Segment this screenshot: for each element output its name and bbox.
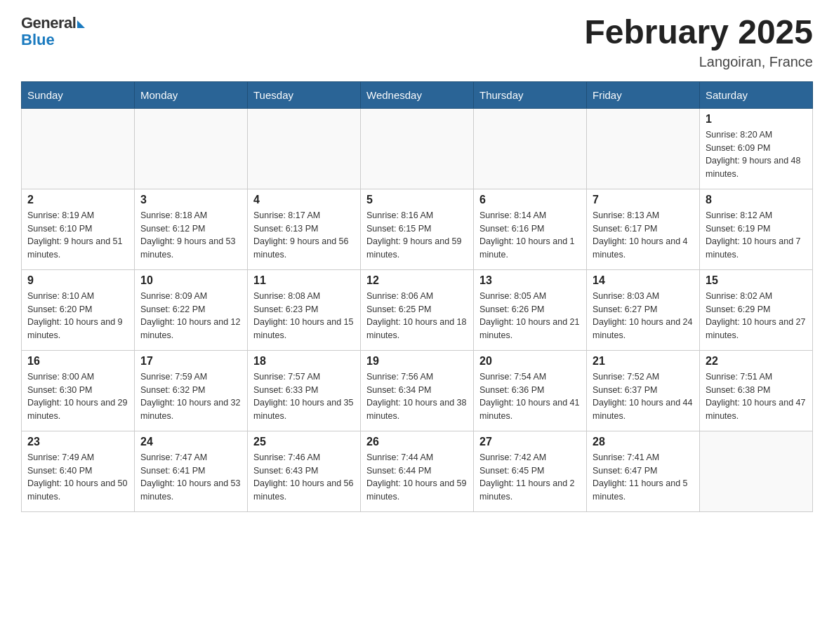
calendar-cell: 9Sunrise: 8:10 AM Sunset: 6:20 PM Daylig…: [22, 269, 135, 350]
calendar-cell: 16Sunrise: 8:00 AM Sunset: 6:30 PM Dayli…: [22, 350, 135, 431]
calendar-week-row: 16Sunrise: 8:00 AM Sunset: 6:30 PM Dayli…: [22, 350, 813, 431]
day-number: 17: [140, 355, 241, 368]
header-cell-tuesday: Tuesday: [248, 81, 361, 108]
calendar-week-row: 2Sunrise: 8:19 AM Sunset: 6:10 PM Daylig…: [22, 189, 813, 269]
day-info: Sunrise: 7:49 AM Sunset: 6:40 PM Dayligh…: [27, 451, 128, 504]
day-info: Sunrise: 8:19 AM Sunset: 6:10 PM Dayligh…: [27, 209, 128, 262]
header-cell-sunday: Sunday: [22, 81, 135, 108]
day-number: 11: [253, 274, 355, 287]
day-info: Sunrise: 7:56 AM Sunset: 6:34 PM Dayligh…: [366, 370, 468, 423]
day-info: Sunrise: 7:59 AM Sunset: 6:32 PM Dayligh…: [140, 370, 241, 423]
calendar-cell: 27Sunrise: 7:42 AM Sunset: 6:45 PM Dayli…: [474, 431, 587, 511]
day-number: 5: [366, 194, 468, 206]
calendar-cell: 20Sunrise: 7:54 AM Sunset: 6:36 PM Dayli…: [474, 350, 587, 431]
day-info: Sunrise: 8:08 AM Sunset: 6:23 PM Dayligh…: [253, 290, 355, 342]
day-number: 15: [706, 274, 807, 287]
page-header: General Blue February 2025 Langoiran, Fr…: [21, 14, 813, 70]
day-info: Sunrise: 8:05 AM Sunset: 6:26 PM Dayligh…: [479, 290, 581, 342]
day-number: 4: [253, 194, 355, 206]
calendar-cell: 6Sunrise: 8:14 AM Sunset: 6:16 PM Daylig…: [474, 189, 587, 269]
calendar-body: 1Sunrise: 8:20 AM Sunset: 6:09 PM Daylig…: [22, 108, 813, 511]
logo: General Blue: [21, 14, 85, 49]
calendar-cell: [700, 431, 813, 511]
header-cell-friday: Friday: [587, 81, 700, 108]
day-info: Sunrise: 8:20 AM Sunset: 6:09 PM Dayligh…: [706, 128, 807, 181]
calendar-cell: 14Sunrise: 8:03 AM Sunset: 6:27 PM Dayli…: [587, 269, 700, 350]
day-number: 1: [706, 113, 807, 126]
day-info: Sunrise: 8:18 AM Sunset: 6:12 PM Dayligh…: [140, 209, 241, 262]
header-row: SundayMondayTuesdayWednesdayThursdayFrid…: [22, 81, 813, 108]
day-number: 21: [593, 355, 694, 368]
day-number: 19: [366, 355, 468, 368]
header-cell-thursday: Thursday: [474, 81, 587, 108]
day-number: 10: [140, 274, 241, 287]
day-info: Sunrise: 7:51 AM Sunset: 6:38 PM Dayligh…: [706, 370, 807, 423]
day-number: 24: [140, 436, 241, 448]
logo-arrow-icon: [77, 20, 85, 28]
calendar-cell: [361, 108, 474, 189]
calendar-table: SundayMondayTuesdayWednesdayThursdayFrid…: [21, 81, 813, 512]
day-info: Sunrise: 8:12 AM Sunset: 6:19 PM Dayligh…: [706, 209, 807, 262]
calendar-cell: 28Sunrise: 7:41 AM Sunset: 6:47 PM Dayli…: [587, 431, 700, 511]
day-number: 26: [366, 436, 468, 448]
day-number: 12: [366, 274, 468, 287]
calendar-cell: 8Sunrise: 8:12 AM Sunset: 6:19 PM Daylig…: [700, 189, 813, 269]
calendar-cell: 19Sunrise: 7:56 AM Sunset: 6:34 PM Dayli…: [361, 350, 474, 431]
calendar-week-row: 1Sunrise: 8:20 AM Sunset: 6:09 PM Daylig…: [22, 108, 813, 189]
day-info: Sunrise: 7:41 AM Sunset: 6:47 PM Dayligh…: [593, 451, 694, 504]
day-number: 6: [479, 194, 581, 206]
header-cell-wednesday: Wednesday: [361, 81, 474, 108]
logo-general-text: General: [21, 14, 76, 32]
day-info: Sunrise: 7:47 AM Sunset: 6:41 PM Dayligh…: [140, 451, 241, 504]
calendar-cell: 3Sunrise: 8:18 AM Sunset: 6:12 PM Daylig…: [135, 189, 248, 269]
day-info: Sunrise: 7:57 AM Sunset: 6:33 PM Dayligh…: [253, 370, 355, 423]
calendar-cell: 7Sunrise: 8:13 AM Sunset: 6:17 PM Daylig…: [587, 189, 700, 269]
day-info: Sunrise: 7:52 AM Sunset: 6:37 PM Dayligh…: [593, 370, 694, 423]
day-info: Sunrise: 8:03 AM Sunset: 6:27 PM Dayligh…: [593, 290, 694, 342]
day-number: 13: [479, 274, 581, 287]
calendar-cell: 25Sunrise: 7:46 AM Sunset: 6:43 PM Dayli…: [248, 431, 361, 511]
calendar-cell: 24Sunrise: 7:47 AM Sunset: 6:41 PM Dayli…: [135, 431, 248, 511]
title-block: February 2025 Langoiran, France: [584, 14, 813, 70]
day-info: Sunrise: 7:42 AM Sunset: 6:45 PM Dayligh…: [479, 451, 581, 504]
day-number: 9: [27, 274, 128, 287]
day-number: 16: [27, 355, 128, 368]
day-info: Sunrise: 8:10 AM Sunset: 6:20 PM Dayligh…: [27, 290, 128, 342]
day-number: 8: [706, 194, 807, 206]
calendar-cell: 26Sunrise: 7:44 AM Sunset: 6:44 PM Dayli…: [361, 431, 474, 511]
calendar-cell: 23Sunrise: 7:49 AM Sunset: 6:40 PM Dayli…: [22, 431, 135, 511]
day-number: 20: [479, 355, 581, 368]
calendar-cell: 17Sunrise: 7:59 AM Sunset: 6:32 PM Dayli…: [135, 350, 248, 431]
calendar-cell: 11Sunrise: 8:08 AM Sunset: 6:23 PM Dayli…: [248, 269, 361, 350]
calendar-cell: 12Sunrise: 8:06 AM Sunset: 6:25 PM Dayli…: [361, 269, 474, 350]
day-info: Sunrise: 8:02 AM Sunset: 6:29 PM Dayligh…: [706, 290, 807, 342]
day-info: Sunrise: 8:14 AM Sunset: 6:16 PM Dayligh…: [479, 209, 581, 262]
day-number: 18: [253, 355, 355, 368]
location-subtitle: Langoiran, France: [584, 54, 813, 70]
calendar-cell: 4Sunrise: 8:17 AM Sunset: 6:13 PM Daylig…: [248, 189, 361, 269]
day-number: 14: [593, 274, 694, 287]
day-info: Sunrise: 8:00 AM Sunset: 6:30 PM Dayligh…: [27, 370, 128, 423]
calendar-cell: 15Sunrise: 8:02 AM Sunset: 6:29 PM Dayli…: [700, 269, 813, 350]
day-number: 22: [706, 355, 807, 368]
calendar-header: SundayMondayTuesdayWednesdayThursdayFrid…: [22, 81, 813, 108]
calendar-week-row: 9Sunrise: 8:10 AM Sunset: 6:20 PM Daylig…: [22, 269, 813, 350]
calendar-cell: 22Sunrise: 7:51 AM Sunset: 6:38 PM Dayli…: [700, 350, 813, 431]
day-number: 27: [479, 436, 581, 448]
calendar-cell: 2Sunrise: 8:19 AM Sunset: 6:10 PM Daylig…: [22, 189, 135, 269]
calendar-cell: 10Sunrise: 8:09 AM Sunset: 6:22 PM Dayli…: [135, 269, 248, 350]
day-info: Sunrise: 7:46 AM Sunset: 6:43 PM Dayligh…: [253, 451, 355, 504]
day-number: 7: [593, 194, 694, 206]
day-number: 23: [27, 436, 128, 448]
calendar-cell: 18Sunrise: 7:57 AM Sunset: 6:33 PM Dayli…: [248, 350, 361, 431]
day-info: Sunrise: 8:06 AM Sunset: 6:25 PM Dayligh…: [366, 290, 468, 342]
day-info: Sunrise: 8:13 AM Sunset: 6:17 PM Dayligh…: [593, 209, 694, 262]
day-number: 2: [27, 194, 128, 206]
header-cell-saturday: Saturday: [700, 81, 813, 108]
calendar-cell: 13Sunrise: 8:05 AM Sunset: 6:26 PM Dayli…: [474, 269, 587, 350]
day-number: 3: [140, 194, 241, 206]
calendar-cell: [248, 108, 361, 189]
month-title: February 2025: [584, 14, 813, 51]
calendar-cell: [587, 108, 700, 189]
day-info: Sunrise: 8:17 AM Sunset: 6:13 PM Dayligh…: [253, 209, 355, 262]
